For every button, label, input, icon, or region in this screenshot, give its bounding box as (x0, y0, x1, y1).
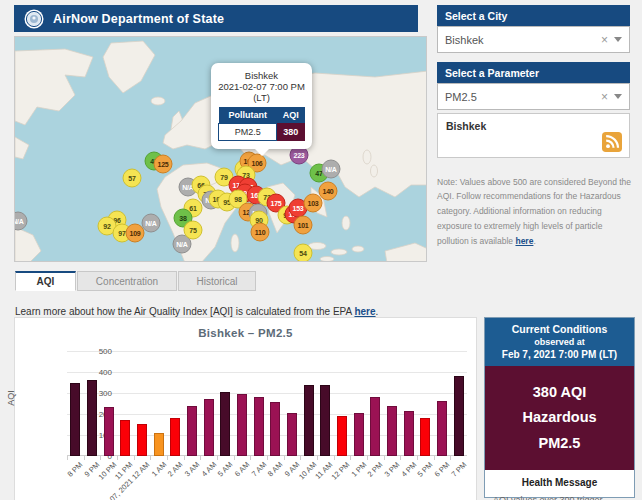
chart-bar[interactable] (337, 416, 347, 456)
chart-bar[interactable] (320, 385, 330, 456)
learn-more-line: Learn more about how the Air Quality Ind… (15, 306, 378, 317)
aqi-map-marker[interactable]: N/A (322, 160, 341, 179)
chart-x-axis-labels: 8 PM9 PM10 PM11 PMFeb 07, 2021 12 AM1 AM… (67, 460, 467, 500)
tab-aqi[interactable]: AQI (15, 271, 76, 291)
aqi-map-marker[interactable]: 110 (251, 223, 270, 242)
chart-bar[interactable] (287, 413, 297, 456)
chart-bar[interactable] (437, 401, 447, 456)
chart-bar[interactable] (137, 424, 147, 457)
popup-datetime: 2021-02-07 7:00 PM (218, 81, 305, 92)
chart-x-label: 6 PM (433, 460, 452, 479)
chart-x-label: 2 AM (166, 460, 184, 478)
chart-bar[interactable] (454, 376, 464, 456)
aqi-map-marker[interactable]: 125 (154, 155, 173, 174)
chart-bar[interactable] (87, 380, 97, 456)
state-department-seal-icon (24, 9, 44, 29)
aqi-map-marker[interactable]: 54 (294, 244, 313, 263)
chart-x-label: 6 AM (233, 460, 251, 478)
chart-bar[interactable] (387, 406, 397, 456)
chart-bar[interactable] (404, 411, 414, 456)
aqi-map-marker[interactable]: 57 (123, 169, 142, 188)
chart-x-label: 12 PM (330, 460, 352, 482)
learn-more-here-link[interactable]: here (354, 306, 375, 317)
chart-bar[interactable] (187, 406, 197, 456)
city-caret-icon[interactable] (614, 37, 622, 42)
cc-subtitle: observed at (489, 337, 630, 347)
tab-historical[interactable]: Historical (178, 271, 256, 291)
note-here-link[interactable]: here (515, 236, 533, 246)
chart-gridline (67, 351, 467, 352)
chart-x-label: 7 PM (449, 460, 468, 479)
popup-aqi-value: 380 (277, 124, 305, 141)
note-period: . (533, 236, 535, 246)
learn-more-text: Learn more about how the Air Quality Ind… (15, 306, 354, 317)
chart-y-tick-label: 500 (72, 347, 112, 356)
aqi-chart-panel: Bishkek – PM2.5 AQI 0100200300400500 8 P… (14, 317, 477, 500)
aqi-map-marker[interactable]: N/A (142, 214, 161, 233)
chart-bar[interactable] (354, 413, 364, 456)
chart-x-label: 5 AM (216, 460, 234, 478)
chart-x-label: 5 PM (416, 460, 435, 479)
chart-bar[interactable] (254, 397, 264, 456)
chart-x-label: 10 AM (297, 460, 318, 481)
popup-aqi-header: AQI (277, 107, 305, 124)
current-conditions-header: Current Conditions observed at Feb 7, 20… (485, 318, 634, 366)
chart-y-tick-label: 400 (72, 368, 112, 377)
cc-aqi-value: 380 AQI (489, 380, 630, 405)
chart-bar[interactable] (120, 420, 130, 456)
view-tabs: AQI Concentration Historical (15, 271, 256, 291)
cc-health-title: Health Message (493, 477, 626, 488)
popup-table: Pollutant AQI PM2.5 380 (218, 107, 305, 141)
cc-category: Hazardous (489, 405, 630, 430)
rss-icon[interactable] (602, 132, 622, 152)
cc-aqi-block: 380 AQI Hazardous PM2.5 (485, 366, 634, 470)
page: AirNow Department of State (0, 0, 642, 500)
chart-bar[interactable] (70, 383, 80, 457)
popup-timezone: (LT) (218, 92, 305, 103)
popup-city: Bishkek (218, 70, 305, 81)
chart-x-label: 1 AM (150, 460, 168, 478)
map-popup[interactable]: Bishkek 2021-02-07 7:00 PM (LT) Pollutan… (211, 63, 312, 149)
chart-gridline (67, 372, 467, 373)
chart-x-label: 3 PM (383, 460, 402, 479)
chart-x-label: 2 PM (366, 460, 385, 479)
chart-x-label: 4 PM (399, 460, 418, 479)
chart-x-label: 8 AM (266, 460, 284, 478)
app-title: AirNow Department of State (53, 12, 224, 26)
parameter-clear-icon[interactable]: × (595, 90, 614, 104)
aqi-map-marker[interactable]: 75 (184, 221, 203, 240)
cc-datetime: Feb 7, 2021 7:00 PM (LT) (489, 349, 630, 360)
tab-concentration[interactable]: Concentration (77, 271, 177, 291)
chart-bar[interactable] (270, 402, 280, 456)
city-select[interactable]: Bishkek × (437, 26, 630, 53)
learn-more-period: . (376, 306, 379, 317)
cc-health-text: AQI values over 300 trigger health warni… (493, 493, 626, 500)
city-clear-icon[interactable]: × (595, 33, 614, 47)
chart-bar[interactable] (104, 407, 114, 456)
chart-bar[interactable] (170, 418, 180, 456)
cc-pollutant: PM2.5 (489, 431, 630, 456)
chart-plot-area: 0100200300400500 (67, 351, 467, 456)
chart-bar[interactable] (370, 397, 380, 456)
city-select-value: Bishkek (445, 34, 595, 46)
parameter-select[interactable]: PM2.5 × (437, 83, 630, 110)
chart-bar[interactable] (204, 399, 214, 456)
chart-gridline (67, 393, 467, 394)
current-conditions-panel: Current Conditions observed at Feb 7, 20… (484, 317, 635, 498)
select-city-header: Select a City (437, 5, 630, 26)
chart-bar[interactable] (304, 385, 314, 456)
chart-bar[interactable] (220, 392, 230, 456)
beyond-aqi-note: Note: Values above 500 are considered Be… (437, 175, 633, 249)
chart-x-label: 4 AM (200, 460, 218, 478)
aqi-map-marker[interactable]: 101 (294, 216, 313, 235)
chart-bar[interactable] (420, 418, 430, 456)
aqi-world-map[interactable]: N/A4112557N/A667977N/A100956138969297109… (14, 36, 427, 262)
chart-bar[interactable] (154, 433, 164, 456)
aqi-map-marker[interactable]: 140 (319, 182, 338, 201)
feed-city-title: Bishkek (446, 120, 486, 132)
chart-y-axis-label: AQI (6, 390, 16, 406)
parameter-caret-icon[interactable] (614, 94, 622, 99)
popup-pollutant-value: PM2.5 (219, 124, 277, 141)
chart-bar[interactable] (237, 394, 247, 456)
feed-box: Bishkek (437, 113, 630, 158)
